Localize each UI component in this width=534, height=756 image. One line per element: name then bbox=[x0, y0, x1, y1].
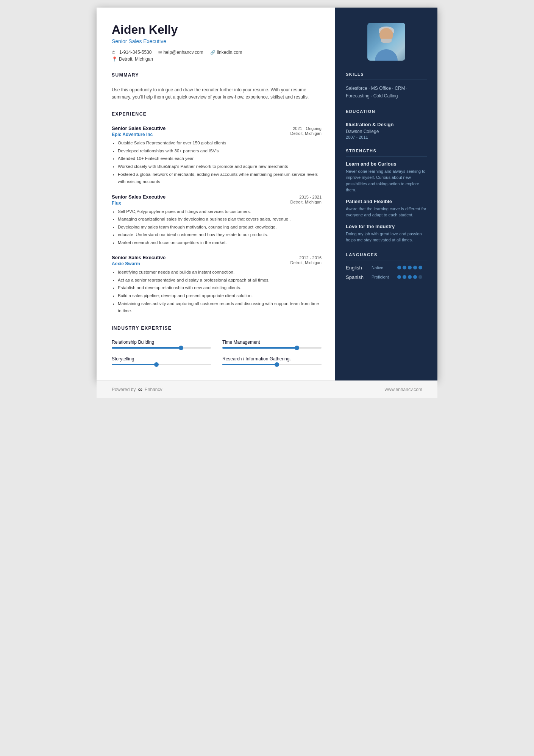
expertise-label-1: Relationship Building bbox=[112, 340, 211, 345]
resume-wrapper: Aiden Kelly Senior Sales Executive ✆ +1-… bbox=[97, 8, 437, 380]
strength-desc-3: Doing my job with great love and passion… bbox=[346, 231, 427, 243]
exp-sub-2: Flux Detroit, Michigan bbox=[112, 200, 322, 206]
enhancv-logo-icon: ∞ bbox=[138, 386, 142, 393]
lang-dot bbox=[397, 266, 401, 269]
exp-role-2: Senior Sales Executive bbox=[112, 194, 166, 200]
languages-section: LANGUAGES English Native Spanish Pr bbox=[346, 252, 427, 280]
exp-sub-1: Epic Adventure Inc Detroit, Michigan bbox=[112, 131, 322, 137]
exp-location-2: Detroit, Michigan bbox=[290, 200, 322, 206]
education-section: EDUCATION Illustration & Design Dawson C… bbox=[346, 109, 427, 139]
expertise-item-1: Relationship Building bbox=[112, 340, 211, 349]
location-icon: 📍 bbox=[112, 56, 117, 62]
expertise-bar-fill-3 bbox=[112, 364, 156, 365]
exp-bullets-2: Sell PVC,Polypropylene pipes and fitting… bbox=[112, 208, 322, 247]
lang-dot bbox=[403, 275, 406, 279]
education-title: EDUCATION bbox=[346, 109, 427, 114]
exp-sub-3: Aexie Swarm Detroit, Michigan bbox=[112, 260, 322, 266]
exp-header-1: Senior Sales Executive 2021 - Ongoing bbox=[112, 125, 322, 131]
skills-section: SKILLS Salesforce · MS Office · CRM ·For… bbox=[346, 72, 427, 100]
experience-entry-1: Senior Sales Executive 2021 - Ongoing Ep… bbox=[112, 125, 322, 185]
bullet-item: Maintaining sales activity and capturing… bbox=[118, 300, 322, 315]
photo-body bbox=[375, 49, 398, 61]
expertise-label-3: Storytelling bbox=[112, 356, 211, 362]
bullet-item: Market research and focus on competitors… bbox=[118, 239, 322, 247]
strengths-title: STRENGTHS bbox=[346, 149, 427, 153]
candidate-name: Aiden Kelly bbox=[112, 23, 322, 37]
email-info: ✉ help@enhancv.com bbox=[158, 50, 203, 55]
exp-location-1: Detroit, Michigan bbox=[290, 131, 322, 137]
footer-website: www.enhancv.com bbox=[385, 387, 422, 392]
bullet-item: Developing my sales team through motivat… bbox=[118, 224, 322, 231]
expertise-divider bbox=[112, 334, 322, 334]
website-url: linkedin.com bbox=[217, 50, 242, 55]
phone-number: +1-914-345-5530 bbox=[117, 50, 151, 55]
expertise-bar-fill-4 bbox=[222, 364, 277, 365]
bullet-item: educate. Understand our ideal customers … bbox=[118, 231, 322, 239]
phone-icon: ✆ bbox=[112, 50, 115, 55]
brand-name: Enhancv bbox=[145, 387, 162, 392]
exp-company-3: Aexie Swarm bbox=[112, 261, 140, 266]
skills-divider bbox=[346, 80, 427, 80]
strength-name-2: Patient and Flexible bbox=[346, 199, 427, 204]
exp-bullets-1: Outside Sales Representative for over 15… bbox=[112, 139, 322, 185]
bullet-item: Worked closely with BlueSnap's Partner n… bbox=[118, 163, 322, 171]
powered-by-text: Powered by bbox=[112, 387, 136, 392]
experience-divider bbox=[112, 120, 322, 120]
summary-divider bbox=[112, 81, 322, 81]
languages-title: LANGUAGES bbox=[346, 252, 427, 257]
strength-entry-3: Love for the Industry Doing my job with … bbox=[346, 224, 427, 243]
expertise-bar-bg-2 bbox=[222, 347, 322, 349]
lang-dot bbox=[403, 266, 406, 269]
expertise-bar-bg-4 bbox=[222, 364, 322, 365]
expertise-item-2: Time Management bbox=[222, 340, 322, 349]
candidate-photo bbox=[367, 23, 405, 61]
experience-entry-2: Senior Sales Executive 2015 - 2021 Flux … bbox=[112, 194, 322, 247]
experience-title: EXPERIENCE bbox=[112, 111, 322, 117]
expertise-dot-4 bbox=[275, 362, 279, 367]
expertise-dot-2 bbox=[295, 346, 299, 350]
lang-dot-empty bbox=[418, 275, 422, 279]
expertise-bar-bg-3 bbox=[112, 364, 211, 365]
language-entry-spanish: Spanish Proficient bbox=[346, 274, 427, 280]
right-column: SKILLS Salesforce · MS Office · CRM ·For… bbox=[335, 8, 437, 380]
exp-header-2: Senior Sales Executive 2015 - 2021 bbox=[112, 194, 322, 200]
education-divider bbox=[346, 117, 427, 117]
bullet-item: Developed relationships with 30+ partner… bbox=[118, 147, 322, 155]
experience-section: EXPERIENCE Senior Sales Executive 2021 -… bbox=[112, 111, 322, 315]
strength-entry-1: Learn and be Curious Never done learning… bbox=[346, 161, 427, 193]
bullet-item: Establish and develop relationship with … bbox=[118, 284, 322, 292]
lang-dot bbox=[413, 266, 417, 269]
exp-dates-1: 2021 - Ongoing bbox=[293, 126, 322, 131]
lang-name-english: English bbox=[346, 265, 368, 271]
skills-text: Salesforce · MS Office · CRM ·Forecastin… bbox=[346, 85, 427, 100]
bullet-item: Act as a senior representative and displ… bbox=[118, 277, 322, 284]
exp-dates-3: 2012 - 2016 bbox=[299, 255, 322, 260]
strength-entry-2: Patient and Flexible Aware that the lear… bbox=[346, 199, 427, 218]
exp-location-3: Detroit, Michigan bbox=[290, 260, 322, 266]
exp-company-1: Epic Adventure Inc bbox=[112, 132, 153, 137]
bullet-item: Build a sales pipeline; develop and pres… bbox=[118, 292, 322, 300]
bullet-item: Attended 10+ Fintech events each year bbox=[118, 155, 322, 163]
location-info: 📍 Detroit, Michigan bbox=[112, 56, 322, 62]
footer-brand: Powered by ∞ Enhancv bbox=[112, 386, 162, 393]
strengths-section: STRENGTHS Learn and be Curious Never don… bbox=[346, 149, 427, 243]
lang-dot bbox=[413, 275, 417, 279]
summary-section: SUMMARY Use this opportunity to intrigue… bbox=[112, 72, 322, 101]
expertise-bar-bg-1 bbox=[112, 347, 211, 349]
expertise-bar-fill-2 bbox=[222, 347, 297, 349]
language-entry-english: English Native bbox=[346, 265, 427, 271]
expertise-section: INDUSTRY EXPERTISE Relationship Building… bbox=[112, 326, 322, 365]
strength-desc-1: Never done learning and always seeking t… bbox=[346, 168, 427, 193]
strength-desc-2: Aware that the learning curve is differe… bbox=[346, 206, 427, 218]
strength-name-3: Love for the Industry bbox=[346, 224, 427, 229]
exp-role-1: Senior Sales Executive bbox=[112, 125, 166, 131]
photo-beard bbox=[381, 39, 392, 43]
lang-dot bbox=[408, 275, 412, 279]
link-icon: 🔗 bbox=[210, 50, 215, 55]
expertise-item-3: Storytelling bbox=[112, 356, 211, 365]
website-info: 🔗 linkedin.com bbox=[210, 50, 242, 55]
expertise-item-4: Research / Information Gathering. bbox=[222, 356, 322, 365]
summary-title: SUMMARY bbox=[112, 72, 322, 78]
lang-dots-english bbox=[397, 266, 422, 269]
lang-dot bbox=[418, 266, 422, 269]
